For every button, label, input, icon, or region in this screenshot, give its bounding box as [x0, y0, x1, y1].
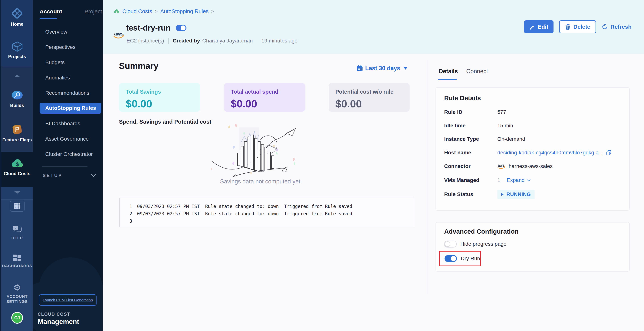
- edit-button[interactable]: Edit: [524, 20, 554, 33]
- breadcrumb: $ Cloud Costs > AutoStopping Rules >: [113, 8, 214, 15]
- rail-scroll-up-icon[interactable]: [14, 75, 20, 77]
- time-ago: 19 minutes ago: [262, 38, 298, 44]
- hide-progress-label: Hide progress page: [460, 241, 506, 247]
- breadcrumb-link-autostopping-rules[interactable]: AutoStopping Rules: [160, 8, 208, 15]
- log-line-number: 1: [127, 203, 132, 210]
- nav-rail-item-home[interactable]: Home: [1, 7, 33, 27]
- nav-rail-top-section: Home Projects: [1, 0, 33, 67]
- nav-rail-scroll-strip: [1, 187, 33, 199]
- refresh-button-label: Refresh: [610, 24, 632, 30]
- date-range-dropdown[interactable]: Last 30 days: [356, 65, 408, 72]
- sidebar-item-overview[interactable]: Overview: [40, 24, 101, 40]
- detail-row-idle-time: Idle time 15 min: [444, 122, 624, 129]
- detail-value: 577: [497, 109, 506, 115]
- delete-button[interactable]: Delete: [559, 20, 596, 33]
- module-picker-button[interactable]: [10, 201, 24, 212]
- feature-flags-icon: [11, 124, 23, 135]
- sidebar-footer-eyebrow: CLOUD COST: [38, 312, 70, 317]
- nav-rail-item-dashboards[interactable]: DASHBOARDS: [1, 254, 33, 268]
- log-line: 3: [127, 218, 414, 225]
- detail-row-rule-status: Rule Status RUNNING: [444, 189, 624, 199]
- nav-rail-item-cloud-costs[interactable]: $ Cloud Costs: [1, 159, 33, 176]
- tab-project[interactable]: Project: [84, 8, 102, 15]
- svg-text:$: $: [16, 161, 19, 167]
- nav-rail-item-help[interactable]: ? HELP: [1, 225, 33, 240]
- nav-rail-mid-section: Builds Feature Flags: [1, 67, 33, 152]
- nav-rail-label: ACCOUNT SETTINGS: [5, 294, 30, 304]
- card-label: Total Savings: [126, 89, 193, 95]
- card-total-savings: Total Savings $0.00: [119, 83, 200, 112]
- detail-label: Idle time: [444, 123, 497, 129]
- created-by-label: Created by: [173, 38, 200, 44]
- sidebar-item-perspectives[interactable]: Perspectives: [40, 40, 101, 55]
- tab-active-underline: [40, 18, 57, 19]
- dry-run-highlight-annotation: Dry Run: [439, 251, 481, 266]
- connector-name: harness-aws-sales: [509, 163, 552, 169]
- sidebar-item-anomalies[interactable]: Anomalies: [40, 70, 101, 85]
- launch-ccm-first-gen-button[interactable]: Launch CCM First Generation: [39, 294, 96, 306]
- log-line: 1 09/03/2023 02:57 PM IST Rule state cha…: [127, 203, 414, 210]
- breadcrumb-link-cloud-costs[interactable]: Cloud Costs: [122, 8, 152, 15]
- hide-progress-toggle-row: Hide progress page: [444, 241, 506, 247]
- detail-value: On-demand: [497, 136, 525, 142]
- refresh-icon: [602, 24, 608, 30]
- vms-expand-link[interactable]: Expand: [507, 177, 531, 183]
- nav-rail-item-feature-flags[interactable]: Feature Flags: [1, 124, 33, 142]
- nav-rail: Home Projects: [0, 0, 33, 331]
- rail-scroll-down-icon[interactable]: [14, 191, 20, 194]
- chart-section-title: Spend, Savings and Potential cost: [119, 119, 211, 125]
- hide-progress-toggle[interactable]: [444, 241, 456, 247]
- card-label: Potential cost w/o rule: [336, 89, 403, 95]
- detail-label: VMs Managed: [444, 177, 497, 183]
- sidebar-item-budgets[interactable]: Budgets: [40, 55, 101, 70]
- sidebar-item-asset-governance[interactable]: Asset Governance: [40, 131, 101, 146]
- nav-rail-item-cloud-costs-active[interactable]: $ Cloud Costs: [1, 152, 33, 187]
- svg-text:aws: aws: [114, 31, 124, 37]
- nav-rail-label: Cloud Costs: [4, 171, 30, 176]
- setup-label: SETUP: [42, 173, 62, 178]
- card-value: $0.00: [336, 98, 403, 110]
- edit-button-label: Edit: [538, 24, 548, 30]
- detail-row-host-name: Host name deciding-kodiak-cg4qcs4h0mmv6l…: [444, 149, 624, 156]
- nav-rail-label: Home: [11, 22, 24, 27]
- cloud-costs-icon: $: [10, 159, 24, 169]
- dry-run-toggle[interactable]: [444, 255, 457, 262]
- card-label: Total actual spend: [231, 89, 298, 95]
- sidebar-item-recommendations[interactable]: Recommendations: [40, 85, 101, 101]
- sidebar-item-cluster-orchestrator[interactable]: Cluster Orchestrator: [40, 146, 101, 162]
- rule-enabled-toggle[interactable]: [176, 25, 186, 31]
- tab-account[interactable]: Account: [40, 8, 62, 15]
- host-name-link[interactable]: deciding-kodiak-cg4qcs4h0mmv6lo7gqkg.a..…: [497, 150, 603, 156]
- subtitle-divider: [168, 38, 168, 44]
- chevron-down-icon: [526, 179, 531, 182]
- refresh-button[interactable]: Refresh: [602, 20, 632, 33]
- tab-connect[interactable]: Connect: [466, 68, 488, 75]
- projects-cube-icon: [12, 41, 23, 52]
- help-chat-icon: ?: [12, 225, 22, 233]
- sidebar-setup-section[interactable]: SETUP: [42, 173, 96, 178]
- nav-rail-item-account-settings[interactable]: ⚙ ACCOUNT SETTINGS: [1, 283, 33, 304]
- nav-rail-label: DASHBOARDS: [2, 263, 32, 268]
- gear-icon: ⚙: [13, 283, 21, 292]
- sidebar-item-bi-dashboards[interactable]: BI Dashboards: [40, 116, 101, 131]
- copy-icon[interactable]: [606, 150, 612, 156]
- tab-details[interactable]: Details: [439, 68, 458, 75]
- detail-label: Instance Type: [444, 136, 497, 142]
- play-icon: [501, 193, 504, 196]
- detail-label: Rule Status: [444, 191, 497, 197]
- sidebar-scope-tabs: Account Project: [40, 8, 99, 15]
- panel-divider: [428, 60, 428, 295]
- nav-rail-item-builds[interactable]: Builds: [1, 89, 33, 108]
- page-title: test-dry-run: [126, 24, 170, 33]
- nav-rail-item-projects[interactable]: Projects: [1, 41, 33, 59]
- card-value: $0.00: [126, 98, 193, 110]
- nav-rail-label: Feature Flags: [2, 137, 32, 142]
- builds-icon: [11, 89, 23, 101]
- sidebar-item-autostopping-rules[interactable]: AutoStopping Rules: [40, 103, 101, 114]
- log-line-text: 09/03/2023 02:57 PM IST Rule state chang…: [137, 203, 352, 210]
- calendar-icon: [356, 65, 363, 72]
- user-avatar[interactable]: CJ: [11, 312, 23, 324]
- detail-row-rule-id: Rule ID 577: [444, 108, 624, 116]
- header-actions: Edit Delete Refresh: [524, 20, 632, 33]
- detail-label: Host name: [444, 150, 497, 156]
